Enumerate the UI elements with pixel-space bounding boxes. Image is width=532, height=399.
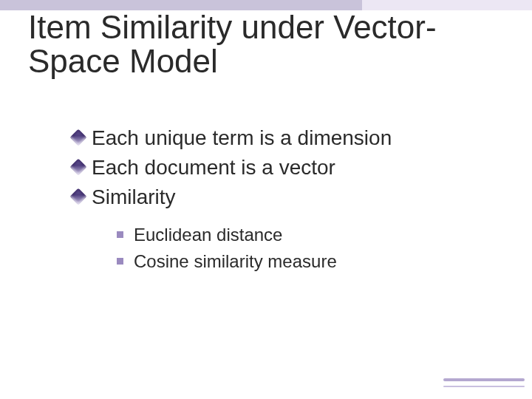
list-item-label: Cosine similarity measure: [134, 249, 337, 274]
diamond-bullet-icon: [72, 191, 84, 202]
list-item: Euclidean distance: [117, 222, 510, 248]
corner-accent-icon: [443, 368, 525, 395]
list-item-label: Each document is a vector: [92, 154, 335, 182]
title-line-1: Item Similarity under Vector-: [28, 9, 437, 45]
list-item: Similarity: [72, 183, 510, 211]
square-bullet-icon: [117, 231, 123, 238]
square-bullet-icon: [117, 258, 123, 265]
slide-title: Item Similarity under Vector- Space Mode…: [28, 10, 510, 78]
slide-body: Each unique term is a dimension Each doc…: [72, 124, 510, 276]
title-line-2: Space Model: [28, 43, 218, 79]
diamond-bullet-icon: [72, 161, 84, 173]
list-item: Each document is a vector: [72, 154, 510, 182]
sub-list: Euclidean distance Cosine similarity mea…: [117, 222, 510, 273]
list-item: Cosine similarity measure: [117, 249, 510, 274]
list-item-label: Similarity: [92, 183, 176, 211]
list-item: Each unique term is a dimension: [72, 124, 510, 152]
list-item-label: Euclidean distance: [134, 222, 282, 248]
list-item-label: Each unique term is a dimension: [92, 124, 392, 152]
diamond-bullet-icon: [72, 132, 84, 143]
slide: Item Similarity under Vector- Space Mode…: [0, 0, 532, 399]
